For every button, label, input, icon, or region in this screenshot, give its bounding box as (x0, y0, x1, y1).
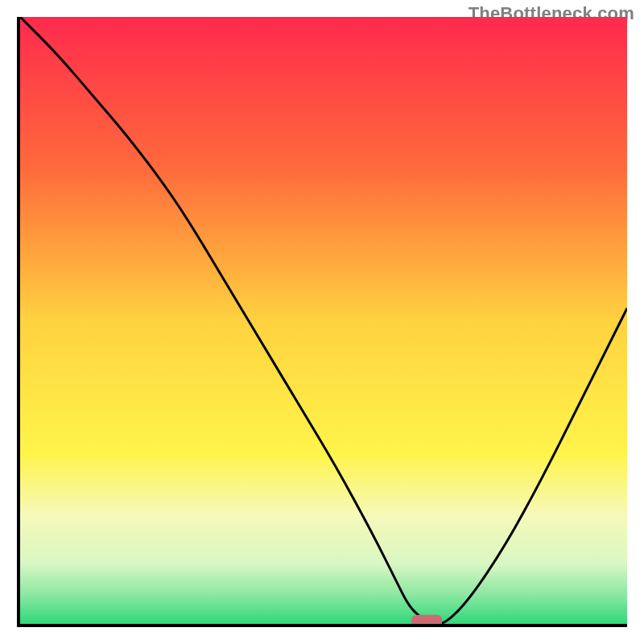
axes-frame (17, 17, 627, 627)
chart-canvas: TheBottleneck.com (0, 0, 644, 644)
